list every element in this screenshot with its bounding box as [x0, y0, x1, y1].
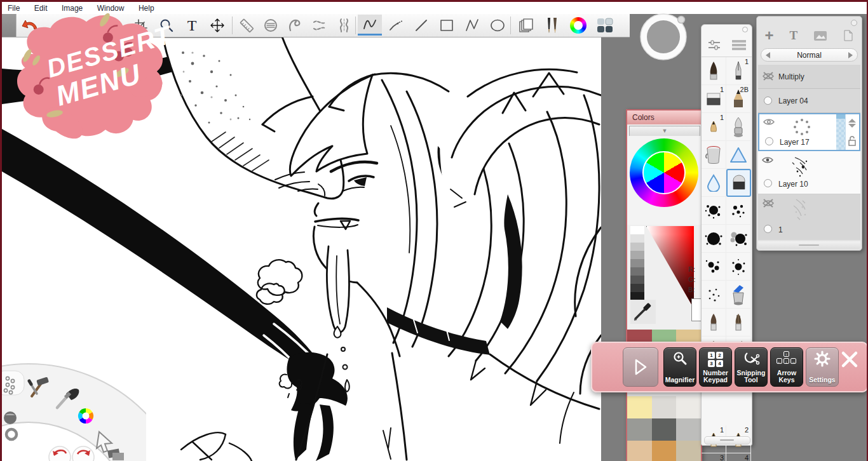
wheel-undo-button[interactable] — [49, 446, 71, 461]
blend-next-button[interactable] — [848, 52, 853, 58]
pencils-button[interactable] — [539, 15, 564, 36]
palette-titlebar[interactable] — [702, 25, 752, 33]
tool-blue-triangle[interactable] — [726, 141, 751, 169]
ellipse-draw-button[interactable] — [485, 15, 510, 36]
duplicate-button[interactable] — [514, 15, 538, 36]
tool-pencil-2b[interactable]: 2B — [726, 85, 751, 113]
tool-splatter-gray[interactable] — [726, 225, 751, 253]
palette-collapse-button[interactable] — [742, 27, 748, 32]
snipping-tool-button[interactable]: Snipping Tool — [735, 347, 768, 387]
new-layer-button[interactable] — [843, 30, 853, 41]
color-wheel-button[interactable] — [566, 15, 590, 36]
number-keypad-button[interactable]: 12 34 Number Keypad — [699, 347, 732, 387]
text-layer-button[interactable]: T — [790, 29, 798, 43]
tool-crayon-4[interactable]: 4 — [726, 453, 751, 461]
layer-chip-icon[interactable] — [4, 411, 17, 424]
color-swatch[interactable] — [627, 396, 652, 418]
tool-spray-can[interactable] — [726, 281, 751, 309]
ruler-tool-button[interactable] — [234, 15, 259, 36]
menu-image[interactable]: Image — [56, 3, 88, 13]
palette-list-button[interactable] — [726, 33, 751, 57]
color-swatch[interactable] — [676, 396, 701, 418]
color-swatch[interactable] — [676, 418, 701, 441]
visible-eye-icon[interactable] — [763, 118, 775, 126]
menu-file[interactable]: File — [2, 3, 25, 13]
arrow-keys-button[interactable]: ↑ ← ↓ → Arrow Keys — [770, 347, 803, 387]
tool-round-brush-textured[interactable] — [726, 309, 751, 337]
tool-small-crayon[interactable]: 1 — [702, 113, 726, 141]
layers-resize-handle[interactable] — [758, 241, 860, 249]
wheel-color-icon[interactable] — [78, 408, 93, 424]
curve-draw-button-selected[interactable] — [358, 15, 382, 36]
tool-crayon-3[interactable]: 3 — [702, 453, 726, 461]
polyline-draw-button[interactable] — [460, 15, 484, 36]
tool-splatter-big[interactable] — [702, 225, 726, 253]
tool-splatter-2[interactable] — [726, 197, 751, 225]
color-swatch[interactable] — [652, 396, 677, 418]
rectangle-draw-button[interactable] — [435, 15, 459, 36]
quick-tool-wheel[interactable] — [0, 354, 146, 461]
symmetry-tool-button[interactable] — [332, 15, 356, 36]
tool-pen[interactable]: 1 — [726, 57, 751, 85]
curve-template-tool-button[interactable] — [283, 15, 307, 36]
palette-layout-button[interactable] — [593, 15, 617, 36]
reorder-arrows-button[interactable] — [847, 118, 857, 128]
wheel-redo-button[interactable] — [72, 446, 94, 461]
line-draw-button[interactable] — [409, 15, 433, 36]
tool-water-drop[interactable] — [702, 169, 726, 197]
blend-mode-value[interactable]: Normal — [797, 51, 822, 60]
visible-eye-icon[interactable] — [762, 156, 773, 164]
layer-row-04[interactable]: Layer 04 — [758, 89, 860, 113]
saturation-triangle[interactable] — [646, 226, 694, 309]
brush-size-widget[interactable] — [633, 11, 694, 62]
menu-edit[interactable]: Edit — [29, 3, 53, 13]
hue-pie[interactable] — [642, 151, 686, 194]
magnifier-button[interactable]: Magnifier — [663, 347, 696, 387]
move-tool-button[interactable] — [205, 15, 229, 36]
tool-splatter-4[interactable] — [726, 253, 751, 281]
color-swatch[interactable] — [627, 418, 652, 441]
layer-row-1[interactable]: 1 — [758, 194, 860, 240]
hidden-eye-icon[interactable] — [762, 198, 775, 208]
add-layer-button[interactable]: + — [765, 29, 774, 43]
layer-row-multiply[interactable]: Multiply — [758, 65, 860, 89]
protractor-tool-button[interactable] — [259, 15, 283, 36]
tool-dark-brush[interactable] — [702, 57, 726, 85]
layer-radio[interactable] — [764, 179, 772, 187]
colors-dropdown[interactable]: ▼ — [629, 126, 700, 137]
palette-sliders-button[interactable] — [702, 33, 726, 57]
tool-splatter-1[interactable] — [702, 197, 726, 225]
hue-ring[interactable] — [630, 138, 698, 207]
close-button[interactable] — [840, 350, 859, 369]
tool-airbrush[interactable] — [726, 113, 751, 141]
layer-radio[interactable] — [765, 137, 773, 145]
tool-paint-bucket[interactable] — [702, 141, 726, 169]
color-swatch[interactable] — [676, 441, 701, 461]
hidden-eye-icon[interactable] — [762, 71, 775, 81]
layer-radio[interactable] — [764, 225, 772, 233]
layer-row-17-selected[interactable]: Layer 17 — [758, 113, 860, 151]
color-swatch[interactable] — [652, 418, 677, 441]
unlock-icon[interactable] — [848, 136, 857, 146]
layer-opacity-strip[interactable] — [836, 114, 845, 150]
settings-button[interactable]: Settings — [806, 347, 839, 387]
palette-scrollbar[interactable] — [704, 436, 750, 444]
eyedropper-button[interactable] — [630, 300, 656, 324]
blend-prev-button[interactable] — [766, 52, 770, 58]
wheel-tab[interactable] — [0, 371, 24, 395]
colors-panel-title[interactable]: Colors — [627, 110, 701, 124]
image-layer-button[interactable] — [813, 30, 827, 41]
tool-round-brush-small[interactable] — [702, 309, 726, 337]
text-tool-button[interactable]: T — [180, 15, 204, 36]
layer-row-10[interactable]: Layer 10 — [758, 151, 860, 194]
play-button[interactable] — [623, 347, 658, 387]
distort-tool-button[interactable] — [308, 15, 332, 36]
dotted-curve-draw-button[interactable] — [384, 15, 408, 36]
tool-splatter-3[interactable] — [702, 253, 726, 281]
ring-icon[interactable] — [6, 429, 17, 439]
tool-eraser-selected[interactable] — [726, 169, 751, 197]
layer-radio[interactable] — [764, 97, 772, 105]
grayscale-ramp[interactable] — [630, 226, 644, 309]
color-swatch[interactable] — [652, 441, 677, 461]
color-swatch[interactable] — [627, 441, 652, 461]
